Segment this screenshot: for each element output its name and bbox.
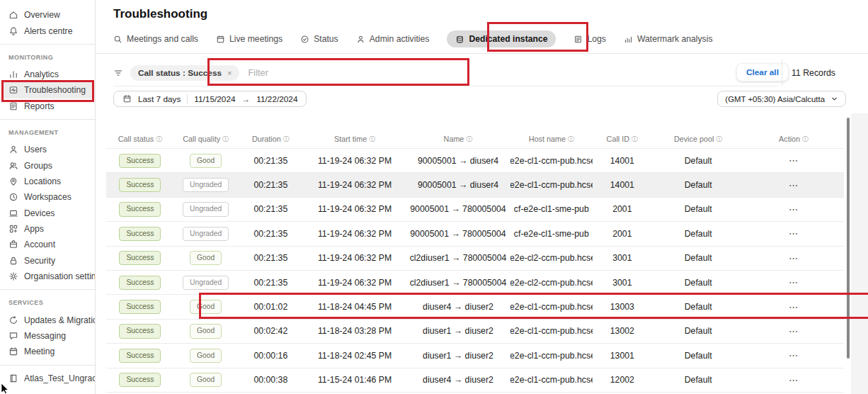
cell-device-pool: Default xyxy=(652,204,744,214)
label: Security xyxy=(24,256,55,266)
calendar-icon xyxy=(122,94,132,103)
start-date[interactable]: 11/15/2024 xyxy=(194,94,235,104)
sidebar-item-atlas-test-ungracefulshut[interactable]: Atlas_Test_UngracefulShut xyxy=(0,371,95,386)
row-actions-button[interactable]: ⋯ xyxy=(789,204,799,215)
row-actions-button[interactable]: ⋯ xyxy=(789,350,799,361)
sidebar-item-updates-migrations[interactable]: Updates & Migrations xyxy=(0,312,95,327)
home-icon xyxy=(8,10,18,20)
cell-action: ⋯ xyxy=(744,350,843,361)
sidebar-item-messaging[interactable]: Messaging xyxy=(0,328,95,344)
cell-device-pool: Default xyxy=(652,253,744,263)
chip-close-icon[interactable]: × xyxy=(227,69,232,77)
column-header-call-id: Call IDⓘ xyxy=(593,135,652,144)
label: Action xyxy=(779,135,800,143)
groups-icon xyxy=(8,161,18,171)
info-icon[interactable]: ⓘ xyxy=(156,135,162,144)
tab-admin-activities[interactable]: Admin activities xyxy=(356,34,430,44)
cell-call-id: 13001 xyxy=(593,351,652,361)
filter-chip-call-status[interactable]: Call status : Success × xyxy=(130,65,239,81)
date-range-picker[interactable]: Last 7 days 11/15/2024 → 11/22/2024 xyxy=(113,91,307,107)
end-date[interactable]: 11/22/2024 xyxy=(256,94,297,104)
row-actions-button[interactable]: ⋯ xyxy=(789,277,799,288)
info-icon[interactable]: ⓘ xyxy=(369,135,375,144)
row-actions-button[interactable]: ⋯ xyxy=(789,375,799,385)
row-actions-button[interactable]: ⋯ xyxy=(789,228,799,239)
filter-funnel-icon xyxy=(113,68,123,78)
sidebar-item-devices[interactable]: Devices xyxy=(0,206,95,221)
sidebar-item-alerts-centre[interactable]: Alerts centre xyxy=(0,23,95,38)
row-actions-button[interactable]: ⋯ xyxy=(789,180,799,191)
sidebar-item-meeting[interactable]: Meeting xyxy=(0,344,95,359)
sidebar-item-apps[interactable]: Apps xyxy=(0,221,95,237)
row-actions-button[interactable]: ⋯ xyxy=(789,302,799,313)
label: Groups xyxy=(24,161,52,171)
sidebar-item-troubleshooting[interactable]: Troubleshooting xyxy=(1,82,93,98)
table-row[interactable]: SuccessUngraded00:21:3511-19-24 06:32 PM… xyxy=(106,222,844,246)
cell-call-id: 2001 xyxy=(593,229,652,239)
table-row[interactable]: SuccessGood00:01:0211-18-24 04:45 PMdius… xyxy=(106,295,844,319)
label: Atlas_Test_UngracefulShut xyxy=(24,373,95,383)
table-row[interactable]: SuccessUngraded00:21:3511-19-24 06:32 PM… xyxy=(106,173,844,197)
cell-action: ⋯ xyxy=(744,253,843,264)
apps-grid-icon xyxy=(8,224,18,234)
cell-call-id: 3001 xyxy=(593,278,652,288)
sidebar-item-locations[interactable]: Locations xyxy=(0,174,95,189)
sidebar-divider xyxy=(0,365,95,366)
cell-name: diuser1 → diuser2 xyxy=(406,326,510,336)
table-row[interactable]: SuccessGood00:00:1611-18-24 02:45 PMdius… xyxy=(106,344,844,368)
cell-call-quality: Good xyxy=(174,154,238,168)
timezone-select[interactable]: (GMT +05:30) Asia/Calcutta xyxy=(717,91,846,107)
tab-live-meetings[interactable]: Live meetings xyxy=(216,34,282,44)
table-row[interactable]: SuccessGood00:21:3511-19-24 06:32 PM9000… xyxy=(106,149,844,173)
filter-bar[interactable]: Call status : Success × xyxy=(113,60,777,86)
table-row[interactable]: SuccessUngraded00:21:3511-19-24 06:32 PM… xyxy=(106,271,844,295)
tab-watermark-analysis[interactable]: Watermark analysis xyxy=(624,34,713,44)
records-count: 11 Records xyxy=(792,68,835,78)
info-icon[interactable]: ⓘ xyxy=(716,135,722,144)
info-icon[interactable]: ⓘ xyxy=(222,135,229,144)
sidebar-item-account[interactable]: Account xyxy=(0,237,95,252)
info-icon[interactable]: ⓘ xyxy=(283,135,290,144)
tab-status[interactable]: Status xyxy=(300,34,338,44)
table-row[interactable]: SuccessUngraded00:21:3511-19-24 06:32 PM… xyxy=(106,198,844,222)
sidebar-item-workspaces[interactable]: Workspaces xyxy=(0,189,95,205)
sidebar-item-analytics[interactable]: Analytics xyxy=(0,67,95,82)
label: Locations xyxy=(24,176,61,186)
label: Updates & Migrations xyxy=(24,315,95,325)
search-icon xyxy=(113,35,122,44)
call-quality-badge: Ungraded xyxy=(183,227,229,241)
cell-call-quality: Ungraded xyxy=(174,202,238,216)
tabs-divider xyxy=(96,53,868,54)
row-actions-button[interactable]: ⋯ xyxy=(789,253,799,264)
call-status-badge: Success xyxy=(119,178,161,192)
clear-all-button[interactable]: Clear all xyxy=(736,63,789,81)
sidebar-item-reports[interactable]: Reports xyxy=(0,98,95,114)
info-icon[interactable]: ⓘ xyxy=(466,135,472,144)
info-icon[interactable]: ⓘ xyxy=(632,135,638,144)
cell-call-status: Success xyxy=(106,373,174,387)
cell-call-id: 14001 xyxy=(593,180,652,190)
table-row[interactable]: SuccessGood00:02:4211-18-24 03:28 PMdius… xyxy=(106,320,844,344)
tab-logs[interactable]: Logs xyxy=(573,34,605,44)
label: Device pool xyxy=(674,135,714,143)
sidebar-item-groups[interactable]: Groups xyxy=(0,157,95,173)
filter-input[interactable] xyxy=(246,67,377,79)
sidebar-item-overview[interactable]: Overview xyxy=(0,7,95,23)
sidebar-item-organisation-settings[interactable]: Organisation settings xyxy=(0,269,95,284)
sidebar-item-security[interactable]: Security xyxy=(0,253,95,269)
tab-dedicated-instance[interactable]: Dedicated instance xyxy=(447,30,556,47)
sidebar-item-users[interactable]: Users xyxy=(0,142,95,157)
column-header-name: Nameⓘ xyxy=(406,135,510,144)
table-row[interactable]: SuccessGood00:00:3811-15-24 01:46 PMdius… xyxy=(106,368,844,393)
tab-meetings-and-calls[interactable]: Meetings and calls xyxy=(113,34,198,44)
vertical-scrollbar[interactable] xyxy=(847,118,850,359)
cell-call-id: 14001 xyxy=(593,156,652,166)
row-actions-button[interactable]: ⋯ xyxy=(789,155,799,166)
label: Apps xyxy=(24,224,44,234)
cell-device-pool: Default xyxy=(652,229,744,239)
info-icon[interactable]: ⓘ xyxy=(802,135,809,144)
info-icon[interactable]: ⓘ xyxy=(568,135,574,144)
table-row[interactable]: SuccessGood00:21:3511-19-24 06:32 PMcl2d… xyxy=(106,247,844,271)
row-actions-button[interactable]: ⋯ xyxy=(789,326,799,337)
cell-device-pool: Default xyxy=(652,326,744,336)
